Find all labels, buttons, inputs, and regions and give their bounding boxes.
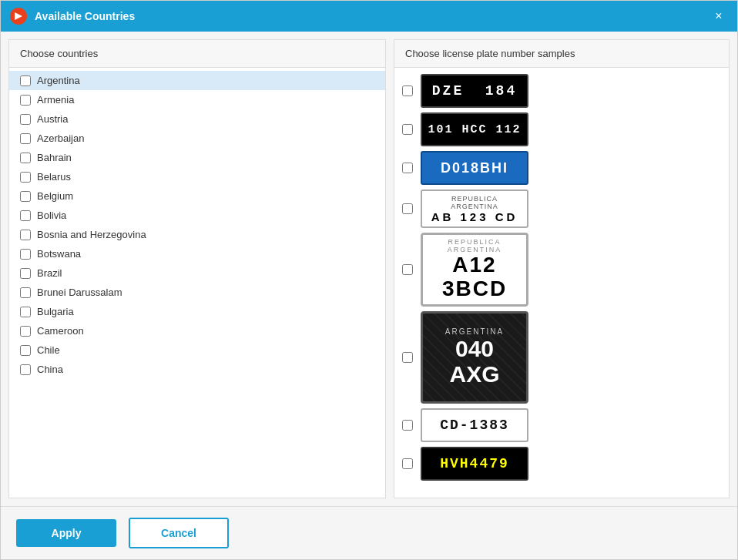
- left-panel: Choose countries ArgentinaArmeniaAustria…: [8, 39, 386, 498]
- country-label-bulgaria: Bulgaria: [37, 306, 74, 317]
- content-area: Choose countries ArgentinaArmeniaAustria…: [1, 32, 737, 506]
- country-item-brunei[interactable]: Brunei Darussalam: [9, 283, 385, 302]
- country-label-austria: Austria: [37, 113, 68, 125]
- license-plate-p4: REPUBLICA ARGENTINAAB 123 CD: [421, 189, 528, 228]
- country-checkbox-cameroon[interactable]: [20, 326, 31, 337]
- right-panel: Choose license plate number samples DZE …: [394, 39, 730, 498]
- license-plate-p1: DZE 184: [421, 74, 528, 108]
- country-checkbox-azerbaijan[interactable]: [20, 133, 31, 144]
- available-countries-dialog: Available Countries × Choose countries A…: [0, 0, 738, 560]
- plate-checkbox-p2[interactable]: [402, 124, 413, 135]
- country-item-argentina[interactable]: Argentina: [9, 71, 385, 90]
- country-label-belarus: Belarus: [37, 171, 71, 183]
- country-label-brazil: Brazil: [37, 267, 62, 279]
- plate-checkbox-p8[interactable]: [402, 458, 413, 469]
- country-checkbox-bulgaria[interactable]: [20, 307, 31, 317]
- country-label-botswana: Botswana: [37, 248, 81, 260]
- plate-checkbox-p1[interactable]: [402, 86, 413, 96]
- plate-item-p2: 101 HCC 112: [402, 112, 721, 146]
- country-label-armenia: Armenia: [37, 94, 74, 106]
- country-item-bolivia[interactable]: Bolivia: [9, 206, 385, 225]
- country-checkbox-armenia[interactable]: [20, 95, 31, 106]
- country-item-bulgaria[interactable]: Bulgaria: [9, 302, 385, 321]
- country-checkbox-belarus[interactable]: [20, 172, 31, 183]
- country-item-belgium[interactable]: Belgium: [9, 186, 385, 206]
- country-item-china[interactable]: China: [9, 360, 385, 379]
- country-label-belgium: Belgium: [37, 190, 73, 202]
- country-item-belarus[interactable]: Belarus: [9, 167, 385, 186]
- country-label-bosnia: Bosnia and Herzegovina: [37, 229, 146, 240]
- country-checkbox-bahrain[interactable]: [20, 153, 31, 163]
- country-checkbox-chile[interactable]: [20, 345, 31, 356]
- plate-item-p4: REPUBLICA ARGENTINAAB 123 CD: [402, 189, 721, 228]
- license-plate-p7: CD-1383: [421, 408, 528, 442]
- plate-checkbox-p6[interactable]: [402, 352, 413, 363]
- country-item-armenia[interactable]: Armenia: [9, 90, 385, 109]
- license-plate-p6: ARGENTINA040AXG: [421, 311, 528, 404]
- plate-checkbox-p4[interactable]: [402, 203, 413, 214]
- country-label-china: China: [37, 364, 63, 375]
- country-checkbox-brazil[interactable]: [20, 268, 31, 279]
- footer: Apply Cancel: [1, 506, 737, 559]
- plate-item-p6: ARGENTINA040AXG: [402, 311, 721, 404]
- plate-checkbox-p5[interactable]: [402, 264, 413, 275]
- title-bar: Available Countries ×: [1, 1, 737, 32]
- country-item-botswana[interactable]: Botswana: [9, 244, 385, 263]
- plate-checkbox-p3[interactable]: [402, 163, 413, 173]
- plate-item-p1: DZE 184: [402, 74, 721, 108]
- app-icon: [10, 8, 27, 25]
- svg-marker-0: [15, 12, 22, 20]
- country-label-argentina: Argentina: [37, 75, 80, 86]
- plate-item-p5: REPUBLICA ARGENTINAA123BCD: [402, 233, 721, 307]
- license-plate-p3: D018BHI: [421, 151, 528, 185]
- plate-item-p8: HVH4479: [402, 447, 721, 481]
- apply-button[interactable]: Apply: [16, 519, 116, 547]
- country-label-bolivia: Bolivia: [37, 210, 66, 221]
- cancel-button[interactable]: Cancel: [129, 518, 229, 548]
- country-item-bahrain[interactable]: Bahrain: [9, 148, 385, 167]
- license-plate-p5: REPUBLICA ARGENTINAA123BCD: [421, 233, 528, 307]
- country-label-cameroon: Cameroon: [37, 325, 84, 337]
- country-label-chile: Chile: [37, 344, 60, 356]
- country-checkbox-argentina[interactable]: [20, 75, 31, 86]
- country-checkbox-belgium[interactable]: [20, 191, 31, 202]
- country-item-brazil[interactable]: Brazil: [9, 263, 385, 283]
- license-plate-p2: 101 HCC 112: [421, 112, 528, 146]
- plate-item-p7: CD-1383: [402, 408, 721, 442]
- plates-panel-header: Choose license plate number samples: [394, 40, 729, 68]
- plate-list: DZE 184101 HCC 112D018BHIREPUBLICA ARGEN…: [394, 68, 729, 498]
- country-checkbox-china[interactable]: [20, 364, 31, 375]
- close-button[interactable]: ×: [709, 7, 728, 25]
- country-item-austria[interactable]: Austria: [9, 109, 385, 129]
- country-checkbox-botswana[interactable]: [20, 249, 31, 260]
- plate-checkbox-p7[interactable]: [402, 420, 413, 431]
- dialog-title: Available Countries: [35, 10, 709, 22]
- country-checkbox-bolivia[interactable]: [20, 210, 31, 221]
- country-item-cameroon[interactable]: Cameroon: [9, 321, 385, 340]
- plate-item-p3: D018BHI: [402, 151, 721, 185]
- country-label-azerbaijan: Azerbaijan: [37, 132, 84, 144]
- country-item-bosnia[interactable]: Bosnia and Herzegovina: [9, 225, 385, 244]
- countries-panel-header: Choose countries: [9, 40, 385, 68]
- country-item-azerbaijan[interactable]: Azerbaijan: [9, 129, 385, 148]
- license-plate-p8: HVH4479: [421, 447, 528, 481]
- country-checkbox-bosnia[interactable]: [20, 230, 31, 240]
- country-checkbox-brunei[interactable]: [20, 287, 31, 298]
- country-list: ArgentinaArmeniaAustriaAzerbaijanBahrain…: [9, 68, 385, 498]
- country-item-chile[interactable]: Chile: [9, 340, 385, 360]
- country-label-bahrain: Bahrain: [37, 152, 72, 163]
- country-checkbox-austria[interactable]: [20, 114, 31, 125]
- country-label-brunei: Brunei Darussalam: [37, 287, 122, 298]
